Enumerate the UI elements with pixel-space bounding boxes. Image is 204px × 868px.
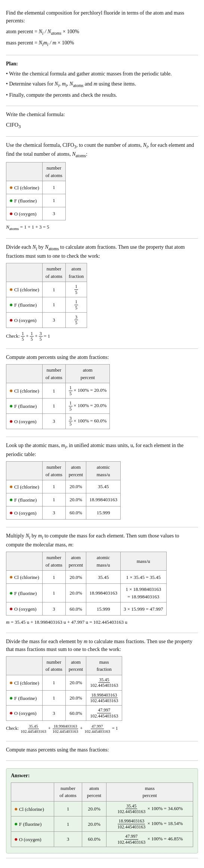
table-row: ● O (oxygen) 3 35 × 100% = 60.0%: [6, 414, 110, 429]
cl-pct-ans: 20.0%: [82, 801, 106, 816]
cl-dot-1: ●: [9, 286, 13, 292]
atom-percent-formula: atom percent = Ni / Natoms × 100%: [6, 28, 198, 37]
element-o-2: ● O (oxygen): [6, 414, 43, 429]
f-atoms-1: 1: [42, 297, 65, 313]
f-pct-3: 20.0%: [65, 493, 86, 506]
f-mass: 18.998403163: [86, 493, 121, 506]
col-fraction: atomfraction: [65, 263, 87, 282]
element-f-5: ● F (fluorine): [6, 690, 43, 706]
o-mass-expr: 3 × 15.999 = 47.997: [120, 602, 166, 616]
f-atoms-4: 1: [42, 584, 65, 602]
table-row: ● O (oxygen) 3 35: [6, 312, 87, 328]
cl-atoms-1: 1: [42, 282, 65, 297]
f-fraction: 15: [65, 297, 87, 313]
answer-label: Answer:: [11, 772, 193, 779]
f-mass-frac: 18.998403163102.445403163: [86, 690, 122, 706]
cl-atoms-0: 1: [42, 181, 65, 194]
formula-label: Write the chemical formula:: [6, 111, 198, 118]
cl-pct-5: 20.0%: [65, 675, 86, 690]
element-cl-1: ● Cl (chlorine): [6, 282, 43, 297]
molecular-mass-section: Multiply Ni by mi to compute the mass fo…: [6, 527, 198, 633]
atom-count-section: Use the chemical formula, ClFO3, to coun…: [6, 137, 198, 239]
table-row: ● O (oxygen) 3 60.0% 15.999 3 × 15.999 =…: [6, 602, 167, 616]
col-mass-4: atomicmass/u: [86, 552, 121, 571]
element-f-2: ● F (fluorine): [6, 399, 43, 414]
o-dot-1: ●: [9, 317, 13, 323]
col-atoms-2: numberof atoms: [42, 365, 65, 383]
o-pct-ans: 60.0%: [82, 832, 106, 847]
atom-count-desc: Use the chemical formula, ClFO3, to coun…: [6, 141, 198, 159]
cl-mass: 35.45: [86, 480, 121, 493]
table-row: ● F (fluorine) 1 15: [6, 297, 87, 313]
table-row: ● F (fluorine) 1 20.0% 18.998403163102.4…: [6, 690, 122, 706]
formula-display: ClFO3: [6, 121, 198, 130]
f-atoms-0: 1: [42, 194, 65, 207]
col-element-0: [6, 162, 43, 181]
mass-fractions-desc: Divide the mass for each element by m to…: [6, 638, 198, 653]
col-element-3: [6, 462, 43, 480]
mol-mass-total: m = 35.45 u + 18.998403163 u + 47.997 u …: [6, 619, 198, 626]
atomic-masses-desc: Look up the atomic mass, mi, in unified …: [6, 441, 198, 458]
element-o-ans: ● O (oxygen): [11, 832, 54, 847]
table-row: ● Cl (chlorine) 1 20.0% 35.45: [6, 480, 121, 493]
table-row: ● Cl (chlorine) 1: [6, 181, 66, 194]
mass-fractions-check: Check: 35.45102.445403163 + 18.998403163…: [6, 724, 198, 734]
fractions-check: Check: 15 + 15 + 35 = 1: [6, 331, 198, 342]
mass-fractions-table: numberof atoms atompercent massfraction …: [6, 656, 122, 721]
table-row: ● F (fluorine) 1 20.0% 18.998403163: [6, 493, 121, 506]
col-atoms-4: numberof atoms: [42, 552, 65, 571]
table-row: ● Cl (chlorine) 1 20.0% 35.45102.4454031…: [6, 675, 122, 690]
col-pct-ans: atompercent: [82, 782, 106, 801]
o-mass-pct: 47.997102.445403163 × 100% = 46.85%: [106, 832, 193, 847]
cl-dot-2: ●: [9, 387, 13, 394]
col-atoms-0: numberof atoms: [42, 162, 65, 181]
plan-label: Plan:: [6, 60, 198, 68]
cl-dot-4: ●: [9, 574, 13, 580]
col-pct-3: atompercent: [65, 462, 86, 480]
cl-mass-expr: 1 × 35.45 = 35.45: [120, 571, 166, 584]
mol-mass-desc: Multiply Ni by mi to compute the mass fo…: [6, 532, 198, 549]
table-row: ● F (fluorine) 1 20.0% 18.998403163102.4…: [11, 816, 193, 832]
element-o-4: ● O (oxygen): [6, 602, 43, 616]
o-atoms-4: 3: [42, 602, 65, 616]
f-at-mass-4: 18.998403163: [86, 584, 121, 602]
formula-section: Write the chemical formula: ClFO3: [6, 106, 198, 137]
table-row: ● F (fluorine) 1 15 × 100% = 20.0%: [6, 399, 110, 414]
table-row: ● F (fluorine) 1: [6, 194, 66, 207]
cl-dot-5: ●: [9, 679, 13, 686]
o-mass: 15.999: [86, 506, 121, 520]
element-cl-ans: ● Cl (chlorine): [11, 801, 54, 816]
f-pct-4: 20.0%: [65, 584, 86, 602]
element-f-1: ● F (fluorine): [6, 297, 43, 313]
f-dot-1: ●: [9, 301, 13, 308]
f-dot-2: ●: [9, 403, 13, 409]
element-o-5: ● O (oxygen): [6, 706, 43, 721]
cl-atoms-ans: 1: [54, 801, 82, 816]
atom-count-total: Natoms = 1 + 1 + 3 = 5: [6, 223, 198, 232]
cl-atoms-2: 1: [42, 383, 65, 399]
table-row: ● Cl (chlorine) 1 15: [6, 282, 87, 297]
o-atoms-2: 3: [42, 414, 65, 429]
table-row: ● Cl (chlorine) 1 20.0% 35.45102.4454031…: [11, 801, 193, 816]
f-atom-pct: 15 × 100% = 20.0%: [65, 399, 110, 414]
atom-percents-desc: Compute atom percents using the atom fra…: [6, 353, 198, 361]
col-mass-3: atomicmass/u: [86, 462, 121, 480]
col-atoms-3: numberof atoms: [42, 462, 65, 480]
o-fraction: 35: [65, 312, 87, 328]
col-atoms-ans: numberof atoms: [54, 782, 82, 801]
table-row: ● Cl (chlorine) 1 15 × 100% = 20.0%: [6, 383, 110, 399]
f-dot-4: ●: [9, 590, 13, 596]
table-row: ● O (oxygen) 3: [6, 207, 66, 220]
answer-section: Answer: numberof atoms atompercent massp…: [6, 761, 198, 858]
element-f-ans: ● F (fluorine): [11, 816, 54, 832]
o-atom-pct: 35 × 100% = 60.0%: [65, 414, 110, 429]
atomic-masses-table: numberof atoms atompercent atomicmass/u …: [6, 461, 121, 520]
element-f-0: ● F (fluorine): [6, 194, 43, 207]
f-mass-pct: 18.998403163102.445403163 × 100% = 18.54…: [106, 816, 193, 832]
cl-pct-4: 20.0%: [65, 571, 86, 584]
col-element-5: [6, 656, 43, 675]
element-o-0: ● O (oxygen): [6, 207, 43, 220]
atom-count-table: numberof atoms ● Cl (chlorine) 1 ● F (fl…: [6, 162, 66, 220]
o-dot-5: ●: [9, 710, 13, 716]
f-atoms-ans: 1: [54, 816, 82, 832]
